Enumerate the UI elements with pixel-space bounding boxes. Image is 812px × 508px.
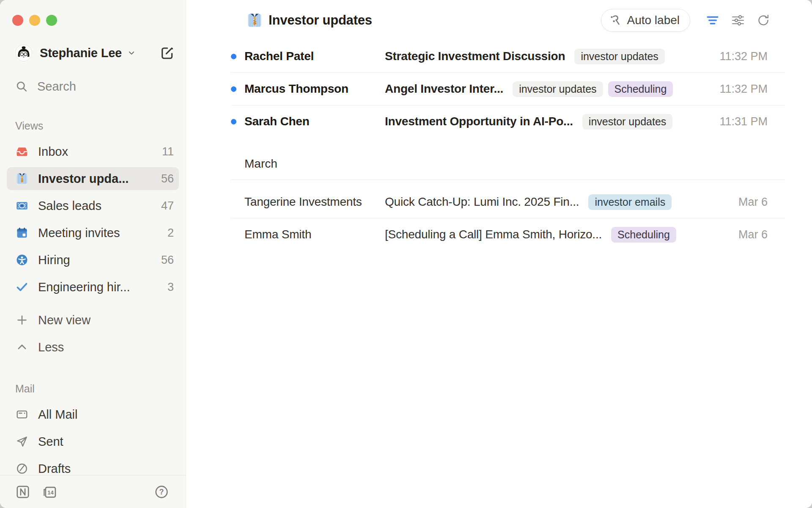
view-header: Investor updates Auto label — [186, 0, 812, 40]
email-row[interactable]: Rachel Patel Strategic Investment Discus… — [231, 40, 785, 72]
email-time: 11:32 PM — [719, 50, 768, 63]
search-button[interactable]: Search — [15, 78, 175, 95]
views-section-label: Views — [0, 119, 186, 132]
unread-count: 2 — [167, 226, 174, 240]
unread-dot — [231, 54, 236, 59]
email-sender: Rachel Patel — [244, 50, 385, 63]
minimize-window-button[interactable] — [29, 15, 40, 26]
notion-calendar-app-icon[interactable]: 14 — [42, 484, 58, 500]
help-glyph: ? — [159, 488, 164, 496]
sidebar-item-label: Investor upda... — [38, 172, 129, 186]
label-tag[interactable]: Scheduling — [611, 227, 676, 243]
search-label: Search — [37, 80, 76, 94]
mail-section-label: Mail — [0, 382, 186, 395]
filter-button[interactable] — [705, 13, 720, 28]
sidebar-item-label: Meeting invites — [38, 226, 120, 240]
email-time: 11:32 PM — [719, 83, 768, 96]
pencil-circle-icon — [16, 462, 28, 475]
sidebar-item-sales-leads[interactable]: Sales leads 47 — [7, 194, 179, 217]
email-subject: Quick Catch-Up: Lumi Inc. 2025 Fin... — [385, 195, 579, 209]
sidebar-item-sent[interactable]: Sent — [7, 430, 179, 453]
email-row[interactable]: Sarah Chen Investment Opportunity in AI-… — [231, 105, 785, 138]
label-tag[interactable]: Scheduling — [608, 81, 673, 97]
group-header-march: March — [231, 154, 785, 174]
header-actions: Auto label — [601, 9, 771, 32]
email-subject: [Scheduling a Call] Emma Smith, Horizo..… — [385, 228, 602, 241]
unread-count: 3 — [167, 281, 174, 294]
email-sender: Marcus Thompson — [244, 82, 385, 96]
checkmark-icon — [16, 281, 28, 293]
app-window: Stephanie Lee Search Views — [0, 0, 812, 508]
sidebar-item-label: Hiring — [38, 253, 70, 267]
sidebar: Stephanie Lee Search Views — [0, 0, 186, 508]
email-sender: Tangerine Investments — [244, 195, 385, 209]
filter-icon — [705, 13, 720, 28]
email-sender: Emma Smith — [244, 228, 385, 241]
main-panel: Investor updates Auto label — [186, 0, 812, 508]
auto-label-icon — [609, 14, 622, 27]
sidebar-item-hiring[interactable]: Hiring 56 — [7, 248, 179, 271]
sidebar-item-all-mail[interactable]: All Mail — [7, 403, 179, 426]
notion-app-icon[interactable] — [15, 484, 30, 500]
email-time: Mar 6 — [738, 196, 768, 209]
page-title: Investor updates — [269, 13, 372, 28]
show-less-label: Less — [38, 340, 64, 354]
new-view-button[interactable]: New view — [7, 309, 179, 331]
email-sender: Sarah Chen — [244, 115, 385, 128]
email-list: Rachel Patel Strategic Investment Discus… — [231, 40, 785, 251]
sidebar-item-label: Engineering hir... — [38, 280, 130, 294]
email-row[interactable]: Marcus Thompson Angel Investor Inter... … — [231, 73, 785, 105]
unread-count: 11 — [162, 145, 174, 158]
label-tag[interactable]: investor updates — [574, 49, 664, 64]
email-row[interactable]: Tangerine Investments Quick Catch-Up: Lu… — [231, 186, 785, 218]
inbox-tray-icon — [16, 145, 28, 158]
sidebar-item-engineering-hiring[interactable]: Engineering hir... 3 — [7, 276, 179, 298]
email-time: Mar 6 — [738, 228, 768, 241]
unread-count: 56 — [161, 254, 174, 267]
email-subject: Angel Investor Inter... — [385, 82, 503, 96]
display-settings-button[interactable] — [731, 13, 745, 28]
label-tag[interactable]: investor updates — [513, 81, 603, 97]
calendar-day-number: 14 — [47, 489, 54, 496]
accessibility-icon — [16, 254, 28, 266]
avatar — [15, 44, 32, 61]
auto-label-button[interactable]: Auto label — [601, 9, 690, 32]
auto-label-label: Auto label — [627, 14, 680, 27]
email-time: 11:31 PM — [719, 115, 768, 128]
sliders-icon — [731, 13, 745, 28]
group-divider — [231, 179, 785, 180]
unread-dot — [231, 119, 236, 124]
refresh-icon — [756, 13, 771, 28]
show-less-button[interactable]: Less — [7, 336, 179, 359]
necktie-icon — [16, 172, 28, 185]
chevron-up-icon — [16, 341, 28, 353]
help-icon[interactable]: ? — [154, 485, 169, 499]
compose-icon — [159, 45, 175, 61]
refresh-button[interactable] — [756, 13, 771, 28]
email-subject: Strategic Investment Discussion — [385, 50, 565, 63]
email-subject: Investment Opportunity in AI-Po... — [385, 115, 573, 128]
sidebar-item-label: Inbox — [38, 145, 68, 159]
new-view-label: New view — [38, 313, 91, 327]
close-window-button[interactable] — [12, 15, 23, 26]
plus-icon — [16, 314, 28, 326]
paper-plane-icon — [16, 435, 28, 448]
sidebar-item-label: All Mail — [38, 408, 77, 422]
label-tag[interactable]: investor updates — [582, 114, 672, 130]
sidebar-footer: 14 ? — [0, 475, 186, 508]
sidebar-item-meeting-invites[interactable]: Meeting invites 2 — [7, 221, 179, 244]
unread-count: 47 — [161, 199, 174, 213]
sidebar-item-inbox[interactable]: Inbox 11 — [7, 140, 179, 163]
banknote-icon — [16, 199, 28, 212]
account-switcher[interactable]: Stephanie Lee — [15, 44, 175, 62]
compose-button[interactable] — [159, 45, 175, 61]
zoom-window-button[interactable] — [46, 15, 57, 26]
sidebar-item-investor-updates[interactable]: Investor upda... 56 — [7, 167, 179, 190]
label-tag[interactable]: investor emails — [588, 194, 672, 210]
all-mail-icon — [16, 408, 28, 421]
calendar-icon — [16, 226, 28, 239]
window-controls — [12, 15, 57, 26]
unread-count: 56 — [161, 172, 174, 185]
sidebar-item-label: Sales leads — [38, 199, 102, 213]
email-row[interactable]: Emma Smith [Scheduling a Call] Emma Smit… — [231, 218, 785, 251]
